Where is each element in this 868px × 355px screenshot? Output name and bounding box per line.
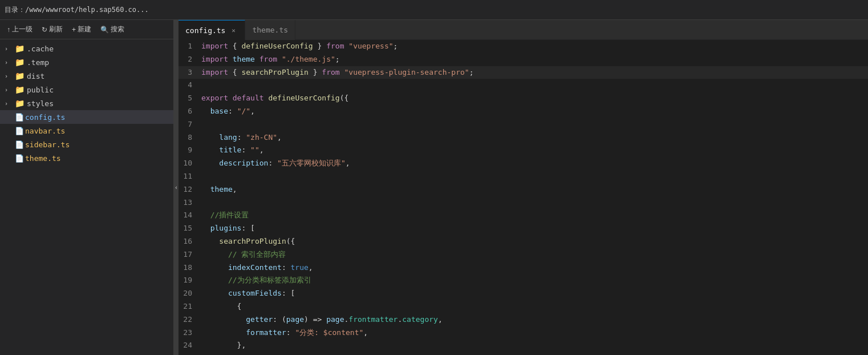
chevron-right-icon: › xyxy=(5,100,13,107)
line-code: { xyxy=(201,352,868,355)
line-code: searchProPlugin({ xyxy=(201,235,868,248)
sidebar-item-temp[interactable]: › 📁 .temp xyxy=(0,55,173,69)
line-number: 20 xyxy=(179,287,201,300)
folder-icon: 📁 xyxy=(15,58,25,67)
line-code: }, xyxy=(201,339,868,352)
sidebar-item-sidebar-ts[interactable]: › 📄 sidebar.ts xyxy=(0,138,173,151)
tab-label: theme.ts xyxy=(252,26,288,34)
line-code: export default defineUserConfig({ xyxy=(201,92,868,105)
line-code: formatter: "分类: $content", xyxy=(201,326,868,340)
tab-config-ts[interactable]: config.ts ✕ xyxy=(179,20,245,40)
line-number: 8 xyxy=(179,131,201,144)
search-icon: 🔍 xyxy=(100,26,109,34)
line-number: 5 xyxy=(179,92,201,105)
sidebar: ↑ 上一级 ↻ 刷新 + 新建 🔍 搜索 › 📁 .cache xyxy=(0,20,174,355)
editor: config.ts ✕ theme.ts 1import { defineUse… xyxy=(179,20,868,355)
refresh-button[interactable]: ↻ 刷新 xyxy=(39,23,65,35)
line-number: 21 xyxy=(179,300,201,313)
line-number: 15 xyxy=(179,222,201,235)
code-table: 1import { defineUserConfig } from "vuepr… xyxy=(179,40,868,355)
breadcrumb: 目录：/www/wwwroot/help.sap560.co... xyxy=(5,5,149,15)
line-code xyxy=(201,196,868,209)
line-number: 25 xyxy=(179,352,201,355)
line-number: 16 xyxy=(179,235,201,248)
line-number: 13 xyxy=(179,196,201,209)
tab-label: config.ts xyxy=(185,26,225,35)
line-number: 1 xyxy=(179,40,201,53)
line-number: 24 xyxy=(179,339,201,352)
line-code xyxy=(201,118,868,131)
folder-icon: 📁 xyxy=(15,44,25,53)
line-number: 4 xyxy=(179,79,201,92)
folder-icon: 📁 xyxy=(15,85,25,94)
sidebar-item-label: sidebar.ts xyxy=(25,140,70,149)
line-number: 7 xyxy=(179,118,201,131)
line-number: 14 xyxy=(179,209,201,222)
tab-bar: config.ts ✕ theme.ts xyxy=(179,20,868,40)
line-code: theme, xyxy=(201,183,868,196)
folder-icon: 📁 xyxy=(15,71,25,80)
line-code: plugins: [ xyxy=(201,222,868,235)
line-number: 11 xyxy=(179,170,201,183)
line-number: 6 xyxy=(179,105,201,118)
line-code: //为分类和标签添加索引 xyxy=(201,274,868,287)
sidebar-item-label: navbar.ts xyxy=(25,127,65,135)
file-icon: 📄 xyxy=(15,140,23,149)
line-code: lang: "zh-CN", xyxy=(201,131,868,144)
line-code: //插件设置 xyxy=(201,209,868,222)
sidebar-item-label: .temp xyxy=(27,58,49,67)
file-icon: 📄 xyxy=(15,154,23,163)
sidebar-item-theme-ts[interactable]: › 📄 theme.ts xyxy=(0,151,173,165)
line-number: 22 xyxy=(179,313,201,326)
new-button[interactable]: + 新建 xyxy=(70,23,94,35)
line-number: 23 xyxy=(179,326,201,340)
chevron-right-icon: › xyxy=(5,46,13,52)
line-number: 10 xyxy=(179,157,201,170)
line-code: getter: (page) => page.frontmatter.categ… xyxy=(201,313,868,326)
sidebar-item-label: .cache xyxy=(27,45,54,53)
plus-icon: + xyxy=(72,26,76,34)
file-icon: 📄 xyxy=(15,113,23,122)
collapse-handle[interactable]: ‹ xyxy=(174,20,179,355)
top-bar: 目录：/www/wwwroot/help.sap560.co... xyxy=(0,0,868,20)
line-number: 17 xyxy=(179,248,201,261)
sidebar-item-label: styles xyxy=(27,99,54,108)
chevron-right-icon: › xyxy=(5,73,13,79)
line-code xyxy=(201,170,868,183)
line-number: 12 xyxy=(179,183,201,196)
line-code: base: "/", xyxy=(201,105,868,118)
tab-theme-ts[interactable]: theme.ts xyxy=(245,20,295,40)
line-code: customFields: [ xyxy=(201,287,868,300)
line-number: 3 xyxy=(179,66,201,79)
sidebar-item-config-ts[interactable]: › 📄 config.ts xyxy=(0,110,173,124)
sidebar-item-navbar-ts[interactable]: › 📄 navbar.ts xyxy=(0,124,173,138)
line-code: indexContent: true, xyxy=(201,261,868,275)
folder-icon: 📁 xyxy=(15,99,25,108)
sidebar-item-dist[interactable]: › 📁 dist xyxy=(0,69,173,83)
line-number: 18 xyxy=(179,261,201,275)
refresh-icon: ↻ xyxy=(42,26,47,34)
tab-close-button[interactable]: ✕ xyxy=(229,26,238,35)
line-code: // 索引全部内容 xyxy=(201,248,868,261)
line-number: 9 xyxy=(179,144,201,157)
code-area[interactable]: 1import { defineUserConfig } from "vuepr… xyxy=(179,40,868,355)
sidebar-item-styles[interactable]: › 📁 styles xyxy=(0,96,173,110)
up-icon: ↑ xyxy=(7,26,10,34)
file-icon: 📄 xyxy=(15,127,23,135)
main-layout: ↑ 上一级 ↻ 刷新 + 新建 🔍 搜索 › 📁 .cache xyxy=(0,20,868,355)
line-code: import theme from "./theme.js"; xyxy=(201,53,868,66)
sidebar-item-cache[interactable]: › 📁 .cache xyxy=(0,42,173,55)
sidebar-toolbar: ↑ 上一级 ↻ 刷新 + 新建 🔍 搜索 xyxy=(0,20,173,39)
sidebar-item-label: theme.ts xyxy=(25,154,61,163)
sidebar-item-public[interactable]: › 📁 public xyxy=(0,83,173,96)
sidebar-item-label: public xyxy=(27,86,54,94)
line-code: description: "五六零网校知识库", xyxy=(201,157,868,170)
up-button[interactable]: ↑ 上一级 xyxy=(5,23,35,35)
line-code: { xyxy=(201,300,868,313)
search-button[interactable]: 🔍 搜索 xyxy=(98,23,127,35)
line-code: import { defineUserConfig } from "vuepre… xyxy=(201,40,868,53)
sidebar-item-label: dist xyxy=(27,72,44,80)
sidebar-item-label: config.ts xyxy=(25,113,65,122)
sidebar-tree: › 📁 .cache › 📁 .temp › 📁 dist › 📁 public xyxy=(0,39,173,355)
line-code: import { searchProPlugin } from "vuepres… xyxy=(201,66,868,79)
